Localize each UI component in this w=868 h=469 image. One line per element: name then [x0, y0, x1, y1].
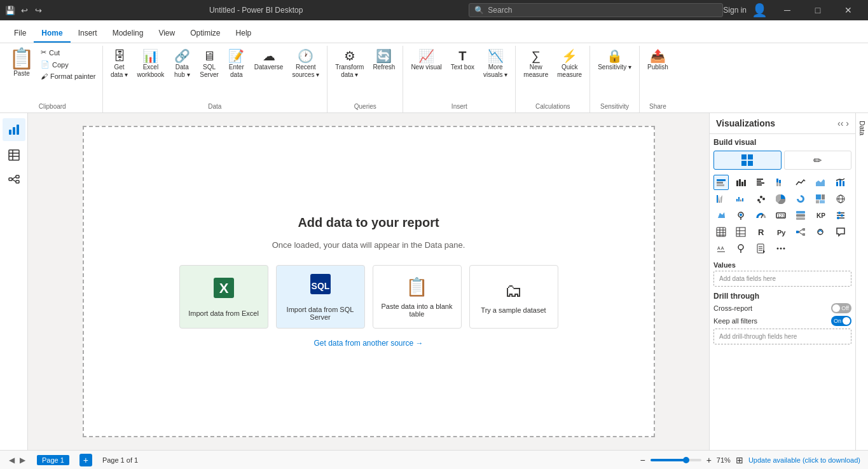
- card-paste[interactable]: 📋 Paste data into a blank table: [373, 265, 462, 329]
- quick-measure-button[interactable]: ⚡ Quickmeasure: [553, 47, 586, 81]
- undo-icon[interactable]: ↩: [19, 5, 29, 15]
- viz-icon-stacked-bar[interactable]: [713, 175, 729, 190]
- sidebar-icon-model[interactable]: [3, 169, 25, 192]
- sql-server-button[interactable]: 🖥 SQLServer: [196, 47, 222, 81]
- more-visuals-button[interactable]: 📉 Morevisuals ▾: [479, 47, 511, 81]
- refresh-button[interactable]: 🔄 Refresh: [369, 47, 399, 74]
- viz-tab-edit[interactable]: ✏: [784, 151, 852, 170]
- keep-filters-toggle[interactable]: On: [831, 316, 851, 326]
- zoom-plus[interactable]: +: [706, 455, 712, 465]
- data-tab-label[interactable]: Data: [857, 118, 867, 138]
- values-drop-zone[interactable]: Add data fields here: [713, 271, 851, 287]
- close-button[interactable]: ✕: [834, 0, 863, 20]
- viz-icon-area-chart[interactable]: [813, 175, 828, 190]
- tab-help[interactable]: Help: [228, 25, 259, 43]
- viz-icon-decomp-tree[interactable]: [793, 224, 808, 240]
- viz-icon-matrix[interactable]: [733, 224, 748, 240]
- tab-view[interactable]: View: [151, 25, 183, 43]
- viz-icon-100-stacked-column[interactable]: [773, 175, 789, 190]
- viz-icon-smart-narrative[interactable]: A A: [713, 241, 729, 256]
- new-visual-button[interactable]: 📈 New visual: [407, 47, 445, 74]
- tab-insert[interactable]: Insert: [71, 25, 105, 43]
- viz-icon-paginated-report[interactable]: [754, 241, 769, 256]
- recent-sources-button[interactable]: 🕐 Recentsources ▾: [288, 47, 323, 81]
- viz-icon-key-influencers[interactable]: [813, 224, 828, 240]
- dataverse-button[interactable]: ☁ Dataverse: [251, 47, 287, 74]
- text-box-button[interactable]: T Text box: [447, 47, 478, 74]
- tab-modeling[interactable]: Modeling: [105, 25, 151, 43]
- viz-icon-pie[interactable]: [773, 191, 789, 207]
- format-painter-button[interactable]: 🖌 Format painter: [38, 71, 99, 81]
- zoom-slider[interactable]: [651, 459, 701, 461]
- viz-icon-line-column[interactable]: [833, 175, 848, 190]
- viz-icon-treemap[interactable]: [813, 191, 828, 207]
- viz-icon-filled-map[interactable]: [713, 208, 729, 223]
- viz-icon-new-visual-btn2[interactable]: [733, 241, 748, 256]
- panel-arrow-left[interactable]: ‹‹: [837, 118, 843, 128]
- cross-report-toggle[interactable]: Off: [831, 303, 851, 313]
- viz-icon-slicer[interactable]: [833, 208, 848, 223]
- tab-file[interactable]: File: [6, 25, 34, 43]
- copy-button[interactable]: 📄 Copy: [38, 59, 99, 70]
- card-sql-label: Import data from SQL Server: [277, 306, 364, 321]
- viz-icon-card[interactable]: 123: [773, 208, 789, 223]
- redo-icon[interactable]: ↪: [33, 5, 43, 15]
- search-box[interactable]: 🔍 Search: [469, 3, 723, 17]
- new-measure-button[interactable]: ∑ Newmeasure: [520, 47, 552, 81]
- data-hub-label: Datahub ▾: [174, 64, 189, 79]
- viz-icon-waterfall[interactable]: [733, 191, 748, 207]
- get-data-button[interactable]: 🗄 Getdata ▾: [107, 47, 132, 81]
- publish-button[interactable]: 📤 Publish: [644, 47, 672, 74]
- viz-icon-donut[interactable]: [793, 191, 808, 207]
- card-sample[interactable]: 🗂 Try a sample dataset: [469, 265, 558, 329]
- page-nav-next[interactable]: ▶: [18, 454, 27, 466]
- maximize-button[interactable]: □: [803, 0, 832, 20]
- add-page-button[interactable]: +: [79, 454, 92, 466]
- svg-rect-8: [16, 175, 19, 178]
- page-tab-1[interactable]: Page 1: [37, 455, 69, 465]
- sign-in-button[interactable]: Sign in: [723, 6, 747, 15]
- card-sql[interactable]: SQL Import data from SQL Server: [276, 265, 365, 329]
- viz-icon-table[interactable]: [713, 224, 729, 240]
- sidebar-icon-report[interactable]: [3, 118, 25, 141]
- viz-icon-map[interactable]: [833, 191, 848, 207]
- update-notice[interactable]: Update available (click to download): [748, 456, 860, 464]
- viz-icon-multirow-card[interactable]: [793, 208, 808, 223]
- viz-icon-python-visual[interactable]: Py: [773, 224, 789, 240]
- minimize-button[interactable]: ─: [773, 0, 802, 20]
- viz-icon-line-chart[interactable]: [793, 175, 808, 190]
- tab-home[interactable]: Home: [34, 25, 70, 43]
- viz-icon-kpi[interactable]: KPI: [813, 208, 828, 223]
- viz-icon-column-chart[interactable]: [733, 175, 748, 190]
- viz-icon-clustered-bar[interactable]: [754, 175, 769, 190]
- fit-page-button[interactable]: ⊞: [736, 455, 743, 465]
- get-data-link[interactable]: Get data from another source →: [313, 339, 423, 348]
- panel-arrow-right[interactable]: ›: [846, 118, 849, 128]
- viz-icon-gauge[interactable]: [754, 208, 769, 223]
- drill-through-drop-zone[interactable]: Add drill-through fields here: [713, 329, 851, 344]
- transform-data-button[interactable]: ⚙ Transformdata ▾: [331, 47, 368, 81]
- zoom-slider-thumb[interactable]: [683, 457, 689, 463]
- sensitivity-button[interactable]: 🔒 Sensitivity ▾: [594, 47, 635, 74]
- page-nav-prev[interactable]: ◀: [8, 454, 16, 466]
- viz-icon-qa-visual[interactable]: [833, 224, 848, 240]
- svg-point-73: [837, 217, 839, 219]
- cut-button[interactable]: ✂ Cut: [38, 47, 99, 58]
- card-excel[interactable]: X Import data from Excel: [179, 265, 268, 329]
- tab-optimize[interactable]: Optimize: [183, 25, 228, 43]
- zoom-minus[interactable]: −: [640, 455, 645, 465]
- svg-rect-22: [717, 184, 724, 186]
- viz-icon-more-options[interactable]: [773, 241, 789, 256]
- sidebar-icon-table[interactable]: [3, 144, 25, 167]
- viz-tab-table[interactable]: [713, 151, 782, 170]
- paste-button[interactable]: 📋 Paste: [6, 47, 37, 79]
- viz-icon-ribbon[interactable]: [713, 191, 729, 207]
- data-hub-button[interactable]: 🔗 Datahub ▾: [169, 47, 195, 81]
- save-icon[interactable]: 💾: [5, 5, 15, 15]
- canvas-cards: X Import data from Excel SQL Import d: [179, 265, 558, 329]
- viz-icon-scatter[interactable]: [754, 191, 769, 207]
- excel-workbook-button[interactable]: 📊 Excelworkbook: [134, 47, 169, 81]
- viz-icon-r-visual[interactable]: R: [754, 224, 769, 240]
- enter-data-button[interactable]: 📝 Enterdata: [224, 47, 249, 81]
- viz-icon-azure-map[interactable]: [733, 208, 748, 223]
